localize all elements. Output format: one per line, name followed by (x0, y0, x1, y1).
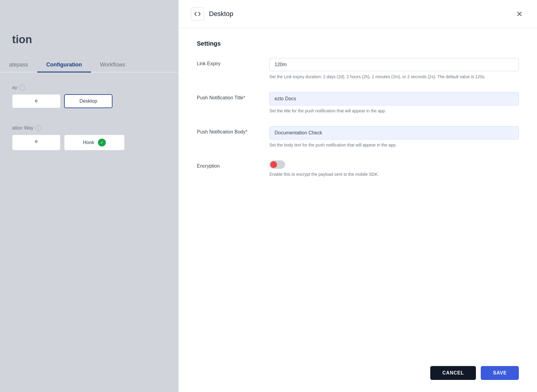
encryption-toggle-container (269, 160, 519, 169)
link-expiry-label: Link Expiry (197, 61, 220, 66)
toggle-track (269, 160, 285, 169)
close-button[interactable] (514, 8, 525, 19)
push-title-required: * (243, 95, 245, 100)
bg-section-label-auth: ation Way i (12, 125, 166, 131)
bg-auth-option-hook[interactable]: Hook ✓ (64, 135, 125, 150)
modal-header: Desktop (179, 0, 537, 28)
bg-auth-options: e Hook ✓ (12, 135, 166, 150)
link-expiry-label-col: Link Expiry (197, 58, 269, 66)
push-body-label-col: Push Notification Body* (197, 126, 269, 135)
push-title-hint: Set the title for the push notification … (269, 108, 519, 114)
push-body-required: * (246, 129, 247, 134)
check-icon: ✓ (98, 139, 106, 146)
bg-tabs: atepass Configuration Workflows (0, 58, 178, 72)
bg-tab-gatepass[interactable]: atepass (0, 58, 37, 72)
info-icon-2: i (35, 125, 41, 131)
encryption-label-col: Encryption (197, 160, 269, 169)
bg-option-desktop[interactable]: Desktop (64, 94, 112, 108)
form-row-link-expiry: Link Expiry Set the Link expiry duration… (197, 58, 519, 80)
cancel-button[interactable]: CANCEL (430, 366, 476, 380)
push-body-hint: Set the body text for the push notificat… (269, 142, 519, 148)
push-body-label: Push Notification Body* (197, 129, 247, 134)
push-title-label: Push Notification Title* (197, 95, 245, 100)
form-row-push-body: Push Notification Body* Set the body tex… (197, 126, 519, 148)
modal-title: Desktop (209, 10, 233, 18)
link-expiry-input[interactable] (269, 58, 519, 71)
code-icon (194, 12, 200, 16)
close-icon (516, 10, 523, 18)
bg-page-title: tion (0, 9, 178, 52)
encryption-field-col: Enable this to encrypt the payload sent … (269, 160, 519, 178)
link-expiry-hint: Set the Link expiry duration: 2 days (2d… (269, 74, 519, 80)
push-title-input[interactable] (269, 92, 519, 105)
modal-body: Settings Link Expiry Set the Link expiry… (179, 28, 537, 354)
push-title-field-col: Set the title for the push notification … (269, 92, 519, 114)
code-icon-button[interactable] (191, 7, 204, 21)
push-body-field-col: Set the body text for the push notificat… (269, 126, 519, 148)
bg-option-e[interactable]: e (12, 94, 60, 108)
modal-panel: Desktop Settings Link Expiry Set the Lin… (178, 0, 537, 392)
modal-footer: CANCEL SAVE (179, 354, 537, 392)
encryption-label: Encryption (197, 163, 220, 169)
save-button[interactable]: SAVE (481, 366, 519, 380)
form-row-push-title: Push Notification Title* Set the title f… (197, 92, 519, 114)
link-expiry-field-col: Set the Link expiry duration: 2 days (2d… (269, 58, 519, 80)
push-title-label-col: Push Notification Title* (197, 92, 269, 101)
bg-tab-workflows[interactable]: Workflows (91, 58, 134, 72)
bg-auth-option-e[interactable]: e (12, 135, 60, 150)
form-row-encryption: Encryption Enable this to encrypt the pa… (197, 160, 519, 178)
push-body-input[interactable] (269, 126, 519, 140)
encryption-hint: Enable this to encrypt the payload sent … (269, 171, 519, 178)
background-page: tion atepass Configuration Workflows ay … (0, 0, 178, 392)
bg-section-auth-way: ation Way i e Hook ✓ (0, 119, 178, 161)
bg-tab-configuration[interactable]: Configuration (37, 58, 91, 72)
bg-section-way: ay i e Desktop (0, 79, 178, 119)
bg-section-label-way: ay i (12, 85, 166, 91)
settings-heading: Settings (197, 40, 519, 47)
toggle-thumb (270, 161, 277, 168)
modal-header-left: Desktop (191, 7, 233, 21)
encryption-toggle[interactable] (269, 160, 285, 169)
bg-way-options: e Desktop (12, 94, 166, 108)
info-icon: i (19, 85, 25, 91)
